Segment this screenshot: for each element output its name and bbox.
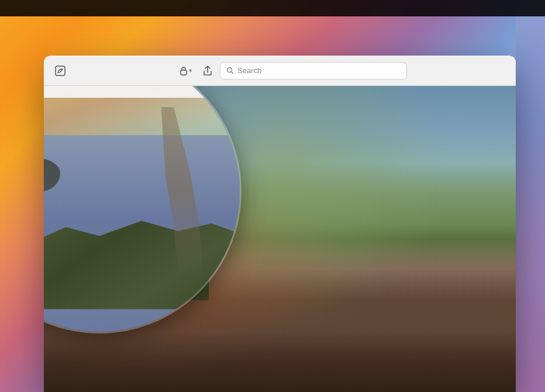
search-icon — [226, 67, 234, 74]
share-icon — [203, 66, 212, 76]
audio-button[interactable] — [89, 86, 115, 87]
toolbar-left — [51, 61, 70, 80]
svg-rect-0 — [56, 66, 65, 75]
toolbar-center: ▾ Search — [74, 62, 509, 80]
lock-chevron: ▾ — [189, 67, 192, 74]
safari-window: ▾ Search — [44, 56, 516, 392]
safari-toolbar: ▾ Search — [44, 56, 516, 86]
menu-bar — [0, 0, 545, 16]
lock-button[interactable]: ▾ — [176, 64, 195, 78]
media-button[interactable] — [126, 86, 152, 87]
search-label: Search — [237, 66, 261, 75]
edit-button[interactable] — [51, 61, 70, 80]
svg-rect-1 — [181, 70, 187, 75]
share-button[interactable] — [199, 62, 216, 80]
zoom-toolbar: A a — [44, 86, 240, 98]
zoom-circle: A a — [44, 86, 240, 332]
safari-content: A a — [44, 86, 516, 392]
right-panel — [516, 0, 545, 392]
table-button[interactable] — [51, 86, 77, 87]
search-bar[interactable]: Search — [220, 62, 407, 80]
lock-icon — [180, 66, 188, 75]
edit-icon — [55, 66, 65, 76]
